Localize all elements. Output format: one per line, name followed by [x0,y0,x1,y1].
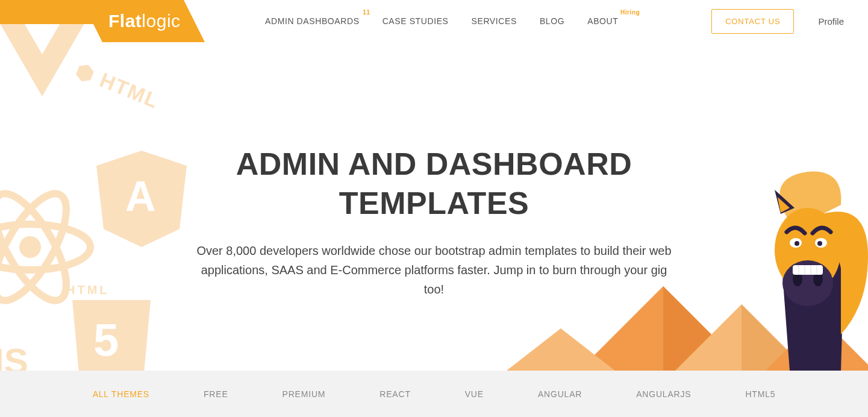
nav-services[interactable]: SERVICES [472,16,517,26]
site-header: Flatlogic ADMIN DASHBOARDS 11 CASE STUDI… [0,0,868,42]
nav-badge-hiring: Hiring [620,9,640,16]
theme-filter-bar: ALL THEMES FREE PREMIUM REACT VUE ANGULA… [0,371,868,417]
filter-all-themes[interactable]: ALL THEMES [93,389,149,399]
filter-angularjs[interactable]: ANGULARJS [636,389,691,399]
nav-about[interactable]: ABOUT Hiring [587,16,618,26]
nav-blog[interactable]: BLOG [540,16,564,26]
brand-light: logic [142,11,180,31]
nav-badge-count: 11 [363,9,370,16]
filter-html5[interactable]: HTML5 [745,389,775,399]
nav-label: ABOUT [587,16,618,26]
hero-title: ADMIN AND DASHBOARD TEMPLATES [163,145,705,223]
hero-subtitle: Over 8,000 developers worldwide chose ou… [193,241,675,299]
profile-link[interactable]: Profile [818,16,844,27]
filter-react[interactable]: REACT [379,389,410,399]
brand-logo[interactable]: Flatlogic [0,0,205,42]
nav-label: ADMIN DASHBOARDS [265,16,360,26]
header-right: CONTACT US Profile [711,0,844,42]
contact-us-button[interactable]: CONTACT US [711,9,794,34]
hero-section: ADMIN AND DASHBOARD TEMPLATES Over 8,000… [0,42,868,371]
filter-premium[interactable]: PREMIUM [283,389,326,399]
nav-admin-dashboards[interactable]: ADMIN DASHBOARDS 11 [265,16,360,26]
nav-label: CASE STUDIES [382,16,449,26]
main-nav: ADMIN DASHBOARDS 11 CASE STUDIES SERVICE… [265,0,618,42]
nav-label: BLOG [540,16,564,26]
nav-label: SERVICES [472,16,517,26]
brand-bold: Flat [108,11,142,31]
filter-free[interactable]: FREE [204,389,228,399]
nav-case-studies[interactable]: CASE STUDIES [382,16,449,26]
filter-vue[interactable]: VUE [465,389,484,399]
filter-angular[interactable]: ANGULAR [538,389,582,399]
